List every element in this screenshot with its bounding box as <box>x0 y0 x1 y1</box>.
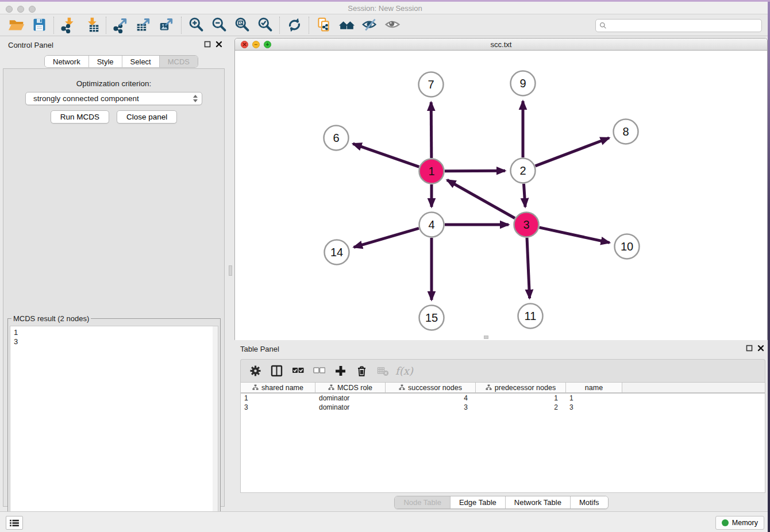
delete-columns-button[interactable] <box>353 363 370 380</box>
edge-3-1[interactable] <box>447 180 515 218</box>
first-neighbors-button[interactable] <box>335 16 358 34</box>
tab-motifs[interactable]: Motifs <box>570 496 608 508</box>
function-builder-button[interactable]: f(x) <box>395 363 413 380</box>
zoom-out-button[interactable] <box>207 16 230 34</box>
tab-node-table[interactable]: Node Table <box>395 496 450 508</box>
tab-style[interactable]: Style <box>88 56 122 67</box>
edge-1-2[interactable] <box>445 171 505 171</box>
network-window-title: scc.txt <box>235 40 767 49</box>
table-panel-header: Table Panel <box>233 340 770 357</box>
float-table-panel-icon[interactable] <box>746 345 753 352</box>
panel-splitter-handle[interactable] <box>229 265 232 276</box>
tab-mcds[interactable]: MCDS <box>159 56 198 67</box>
cell-predecessor-nodes[interactable]: 2 <box>476 403 566 412</box>
cell-successor-nodes[interactable]: 3 <box>386 403 476 412</box>
edge-1-6[interactable] <box>353 144 419 167</box>
canvas-scroll-thumb[interactable] <box>484 336 488 339</box>
zoom-fit-icon <box>234 17 251 33</box>
column-header-predecessor-nodes[interactable]: predecessor nodes <box>476 383 566 392</box>
table-row[interactable]: 3dominator323 <box>241 403 765 412</box>
export-table-button[interactable] <box>132 16 155 34</box>
tab-network[interactable]: Network <box>45 56 88 67</box>
node-table[interactable]: shared nameMCDS rolesuccessor nodesprede… <box>240 382 765 493</box>
column-label: shared name <box>261 384 303 392</box>
edge-2-3[interactable] <box>523 184 525 207</box>
node-3[interactable]: 3 <box>514 213 539 237</box>
table-row[interactable]: 1dominator411 <box>241 394 765 403</box>
node-6[interactable]: 6 <box>324 126 349 151</box>
zoom-in-button[interactable] <box>184 16 207 34</box>
deselect-all-icon <box>313 365 325 377</box>
node-2[interactable]: 2 <box>511 159 536 183</box>
show-all-button[interactable] <box>381 16 404 34</box>
edge-2-8[interactable] <box>536 138 610 166</box>
node-1[interactable]: 1 <box>419 159 444 184</box>
tab-edge-table[interactable]: Edge Table <box>450 496 505 508</box>
cell-MCDS-role[interactable]: dominator <box>315 403 386 412</box>
cell-name[interactable]: 3 <box>566 403 622 412</box>
node-15[interactable]: 15 <box>419 306 444 330</box>
refresh-view-button[interactable] <box>283 16 306 34</box>
import-table-file-button[interactable] <box>80 16 103 34</box>
mcds-result-scrollbar[interactable] <box>213 326 218 532</box>
node-14[interactable]: 14 <box>325 240 349 265</box>
float-panel-icon[interactable] <box>204 41 211 48</box>
show-columns-button[interactable] <box>268 363 285 380</box>
save-session-button[interactable] <box>28 16 51 34</box>
node-label: 9 <box>519 77 526 90</box>
import-network-file-button[interactable] <box>57 16 80 34</box>
node-label: 11 <box>525 310 537 322</box>
column-header-name[interactable]: name <box>566 383 622 392</box>
node-label: 3 <box>523 218 529 231</box>
cell-name[interactable]: 1 <box>566 394 622 403</box>
criterion-select[interactable]: strongly connected component <box>25 92 202 105</box>
node-11[interactable]: 11 <box>518 304 543 329</box>
select-all-button[interactable] <box>289 363 306 380</box>
new-column-button[interactable] <box>332 363 349 380</box>
close-panel-button[interactable]: Close panel <box>117 110 177 124</box>
search-input[interactable] <box>609 22 761 30</box>
column-header-MCDS-role[interactable]: MCDS role <box>315 383 386 392</box>
zoom-selected-button[interactable] <box>253 16 276 34</box>
node-8[interactable]: 8 <box>614 119 638 144</box>
node-7[interactable]: 7 <box>419 72 444 97</box>
search-box[interactable] <box>595 19 762 32</box>
edge-3-10[interactable] <box>539 228 609 243</box>
cell-shared-name[interactable]: 1 <box>241 394 315 403</box>
close-panel-icon[interactable] <box>215 41 222 48</box>
network-graph[interactable]: 7968124314101511 <box>235 51 767 340</box>
edge-3-11[interactable] <box>527 238 530 298</box>
open-file-button[interactable] <box>5 16 28 34</box>
zoom-fit-button[interactable] <box>230 16 253 34</box>
node-label: 10 <box>621 240 633 253</box>
table-body: 1dominator4113dominator323 <box>241 394 765 412</box>
mcds-result-text[interactable]: 13 <box>10 326 218 532</box>
cell-successor-nodes[interactable]: 4 <box>386 394 476 403</box>
edge-4-14[interactable] <box>354 228 419 247</box>
node-9[interactable]: 9 <box>511 71 536 96</box>
network-canvas[interactable]: 7968124314101511 <box>235 51 767 340</box>
tab-select[interactable]: Select <box>122 56 159 67</box>
node-4[interactable]: 4 <box>419 213 444 237</box>
delete-table-button[interactable] <box>374 363 391 380</box>
hide-selected-button[interactable] <box>358 16 381 34</box>
export-network-button[interactable] <box>109 16 132 34</box>
deselect-all-button[interactable] <box>310 363 328 380</box>
table-mode-button[interactable] <box>247 363 264 380</box>
export-image-button[interactable] <box>155 16 178 34</box>
node-10[interactable]: 10 <box>615 234 640 259</box>
cell-MCDS-role[interactable]: dominator <box>315 394 386 403</box>
cell-shared-name[interactable]: 3 <box>241 403 315 412</box>
memory-button[interactable]: Memory <box>715 516 764 530</box>
task-history-button[interactable] <box>6 516 23 530</box>
run-mcds-button[interactable]: Run MCDS <box>51 110 109 124</box>
cell-predecessor-nodes[interactable]: 1 <box>476 394 566 403</box>
edge-1-7[interactable] <box>431 102 432 158</box>
column-header-successor-nodes[interactable]: successor nodes <box>386 383 476 392</box>
close-table-panel-icon[interactable] <box>757 345 764 352</box>
duplicate-network-button[interactable] <box>312 16 335 34</box>
node-label: 8 <box>622 125 629 138</box>
tab-network-table[interactable]: Network Table <box>505 496 570 508</box>
column-header-shared-name[interactable]: shared name <box>241 383 315 392</box>
network-window-titlebar[interactable]: ✕ − + scc.txt <box>235 38 767 51</box>
